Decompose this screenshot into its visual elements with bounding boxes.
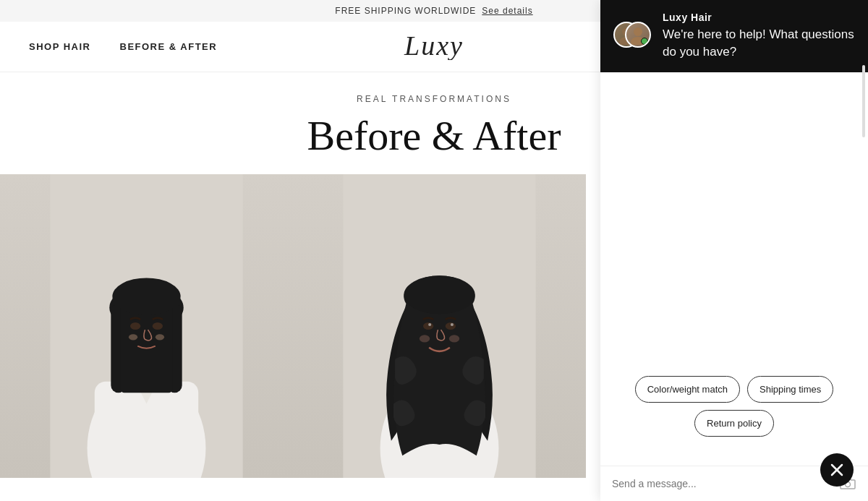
svg-point-25 <box>446 322 456 330</box>
after-person-image <box>293 174 586 478</box>
see-details-link[interactable]: See details <box>482 6 532 16</box>
nav-item-before-after[interactable]: BEFORE & AFTER <box>120 41 218 52</box>
svg-point-11 <box>112 278 180 314</box>
svg-point-12 <box>130 322 140 330</box>
quick-reply-shipping-times[interactable]: Shipping times <box>747 376 833 403</box>
quick-reply-return-policy[interactable]: Return policy <box>694 410 774 437</box>
announcement-text: FREE SHIPPING WORLDWIDE <box>335 6 476 16</box>
luxy-logo-svg: Luxy <box>401 27 473 60</box>
svg-point-23 <box>404 275 475 314</box>
chat-header-text: Luxy Hair We're here to help! What quest… <box>663 12 855 61</box>
svg-point-28 <box>420 335 430 342</box>
svg-point-26 <box>428 323 431 326</box>
svg-text:Luxy: Luxy <box>404 30 464 60</box>
chat-widget: Luxy Hair We're here to help! What quest… <box>600 0 868 501</box>
nav-left: SHOP HAIR BEFORE & AFTER <box>29 41 217 52</box>
chat-quick-replies: Color/weight match Shipping times Return… <box>612 376 856 437</box>
svg-point-14 <box>129 334 137 340</box>
chat-message-input[interactable] <box>612 478 832 489</box>
quick-reply-color-weight[interactable]: Color/weight match <box>635 376 740 403</box>
chat-greeting: We're here to help! What questions do yo… <box>663 26 855 61</box>
chat-avatars <box>613 22 652 51</box>
online-indicator <box>641 38 648 45</box>
svg-point-32 <box>634 27 642 36</box>
after-panel <box>293 174 586 478</box>
chat-header: Luxy Hair We're here to help! What quest… <box>600 0 868 72</box>
chat-scrollbar[interactable] <box>862 65 865 137</box>
svg-point-24 <box>423 322 433 330</box>
before-after-section <box>0 174 586 478</box>
svg-point-13 <box>153 322 163 330</box>
chat-avatar-2 <box>625 22 651 48</box>
nav-logo[interactable]: Luxy <box>401 27 473 67</box>
svg-point-15 <box>156 334 164 340</box>
close-icon <box>830 463 843 476</box>
chat-body: Color/weight match Shipping times Return… <box>600 72 868 466</box>
nav-item-shop-hair[interactable]: SHOP HAIR <box>29 41 91 52</box>
chat-brand-name: Luxy Hair <box>663 12 855 23</box>
svg-point-29 <box>449 335 459 342</box>
close-chat-button[interactable] <box>820 453 854 487</box>
svg-point-27 <box>451 323 454 326</box>
before-person-image <box>0 174 293 478</box>
before-panel <box>0 174 293 478</box>
